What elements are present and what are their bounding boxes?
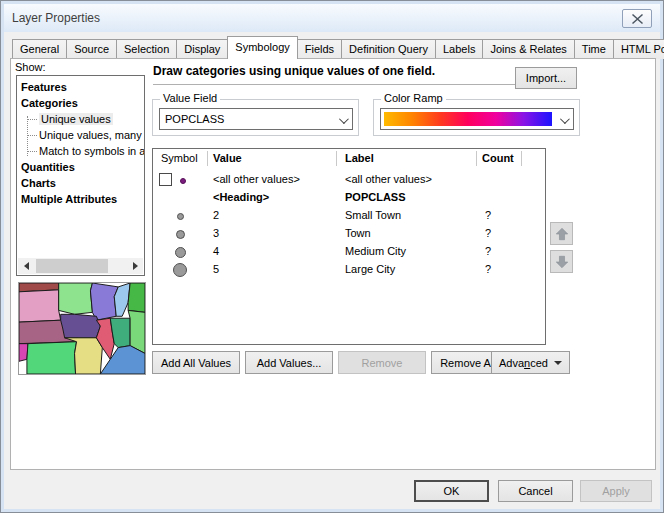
cell-label: Large City	[345, 263, 395, 275]
table-header: Symbol Value Label Count	[153, 149, 545, 169]
tree-horizontal-scrollbar[interactable]	[18, 258, 143, 274]
advanced-label: Adva	[499, 357, 524, 369]
symbol-value-table: Symbol Value Label Count <all other valu…	[152, 148, 546, 345]
all-other-values-checkbox[interactable]	[159, 173, 172, 186]
tab-general[interactable]: General	[12, 39, 67, 59]
table-row[interactable]: 4 Medium City ?	[153, 243, 545, 261]
color-ramp-group-label: Color Ramp	[381, 92, 446, 104]
chevron-down-icon	[339, 114, 349, 124]
tab-strip: General Source Selection Display Symbolo…	[12, 38, 664, 59]
cell-count: ?	[485, 245, 491, 257]
cell-count: ?	[485, 263, 491, 275]
column-divider	[207, 151, 208, 166]
all-other-values-symbol-icon[interactable]	[180, 178, 186, 184]
tree-item-unique-values-many[interactable]: Unique values, many	[21, 127, 144, 143]
cell-count: ?	[485, 227, 491, 239]
cell-value: 4	[213, 245, 219, 257]
panel-description: Draw categories using unique values of o…	[153, 64, 516, 85]
title-bar[interactable]: Layer Properties	[4, 4, 660, 32]
column-divider	[476, 151, 477, 166]
cell-count: ?	[485, 209, 491, 221]
arrow-down-icon	[555, 255, 569, 269]
column-divider	[521, 151, 522, 166]
tab-fields[interactable]: Fields	[297, 39, 342, 59]
remove-button[interactable]: Remove	[338, 351, 426, 374]
table-row[interactable]: <all other values> <all other values>	[153, 171, 545, 189]
window-title: Layer Properties	[12, 11, 100, 25]
cell-label: Small Town	[345, 209, 401, 221]
cell-value: 3	[213, 227, 219, 239]
color-ramp-gradient	[384, 112, 552, 126]
tab-selection[interactable]: Selection	[116, 39, 177, 59]
value-field-selected: POPCLASS	[165, 113, 224, 125]
advanced-button[interactable]: Advanced	[491, 351, 570, 374]
table-row[interactable]: 3 Town ?	[153, 225, 545, 243]
move-up-button[interactable]	[550, 222, 573, 245]
scrollbar-thumb[interactable]	[36, 259, 108, 273]
column-header-label[interactable]: Label	[345, 152, 374, 164]
column-header-count[interactable]: Count	[482, 152, 514, 164]
color-ramp-group: Color Ramp	[373, 99, 580, 136]
tree-item-charts[interactable]: Charts	[21, 175, 144, 191]
cell-label: <all other values>	[345, 173, 432, 185]
add-all-values-button[interactable]: Add All Values	[152, 351, 240, 374]
symbology-tab-page: Show: Features Categories Unique values …	[10, 58, 656, 470]
tab-html-popup[interactable]: HTML Popup	[613, 39, 664, 59]
cell-value: <Heading>	[213, 191, 269, 203]
dropdown-caret-icon	[554, 361, 562, 365]
tree-item-match-symbols[interactable]: Match to symbols in a	[21, 143, 144, 159]
advanced-label: ced	[530, 357, 548, 369]
chevron-down-icon	[560, 114, 570, 124]
add-values-button[interactable]: Add Values...	[245, 351, 333, 374]
value-field-group-label: Value Field	[160, 92, 220, 104]
value-field-group: Value Field POPCLASS	[152, 99, 359, 136]
move-down-button[interactable]	[550, 250, 573, 273]
ok-button[interactable]: OK	[414, 480, 489, 502]
tab-definition-query[interactable]: Definition Query	[341, 39, 436, 59]
import-button[interactable]: Import...	[515, 67, 577, 89]
tab-display[interactable]: Display	[176, 39, 228, 59]
tree-item-unique-values[interactable]: Unique values	[21, 111, 144, 127]
table-row[interactable]: 5 Large City ?	[153, 261, 545, 279]
column-divider	[336, 151, 337, 166]
layer-properties-dialog: Layer Properties General Source Selectio…	[0, 0, 664, 513]
point-symbol-icon[interactable]	[175, 247, 186, 258]
point-symbol-icon[interactable]	[176, 230, 185, 239]
show-tree: Features Categories Unique values Unique…	[16, 75, 145, 276]
table-row[interactable]: <Heading> POPCLASS	[153, 189, 545, 207]
tab-symbology[interactable]: Symbology	[227, 36, 297, 59]
cell-value: 5	[213, 263, 219, 275]
cancel-button[interactable]: Cancel	[498, 480, 573, 502]
tab-source[interactable]: Source	[66, 39, 117, 59]
tree-item-features[interactable]: Features	[21, 79, 144, 95]
tree-item-categories[interactable]: Categories	[21, 95, 144, 111]
cell-label: Medium City	[345, 245, 406, 257]
color-ramp-dropdown[interactable]	[380, 108, 574, 130]
show-label: Show:	[15, 61, 46, 73]
apply-button[interactable]: Apply	[580, 480, 652, 502]
scroll-right-icon[interactable]	[127, 258, 143, 274]
tab-labels[interactable]: Labels	[435, 39, 483, 59]
cell-label: Town	[345, 227, 371, 239]
value-field-dropdown[interactable]: POPCLASS	[159, 108, 353, 130]
map-preview-image	[19, 283, 145, 374]
cell-value: 2	[213, 209, 219, 221]
tab-time[interactable]: Time	[574, 39, 614, 59]
point-symbol-icon[interactable]	[177, 213, 184, 220]
point-symbol-icon[interactable]	[173, 263, 187, 277]
cell-label: POPCLASS	[345, 191, 406, 203]
tab-joins-relates[interactable]: Joins & Relates	[482, 39, 574, 59]
tree-item-multiple-attributes[interactable]: Multiple Attributes	[21, 191, 144, 207]
tree-item-quantities[interactable]: Quantities	[21, 159, 144, 175]
arrow-up-icon	[555, 227, 569, 241]
scroll-left-icon[interactable]	[18, 258, 34, 274]
column-header-value[interactable]: Value	[213, 152, 242, 164]
column-header-symbol[interactable]: Symbol	[161, 152, 198, 164]
close-icon	[632, 14, 643, 24]
close-button[interactable]	[622, 9, 652, 28]
table-row[interactable]: 2 Small Town ?	[153, 207, 545, 225]
map-preview	[18, 282, 146, 375]
cell-value: <all other values>	[213, 173, 300, 185]
